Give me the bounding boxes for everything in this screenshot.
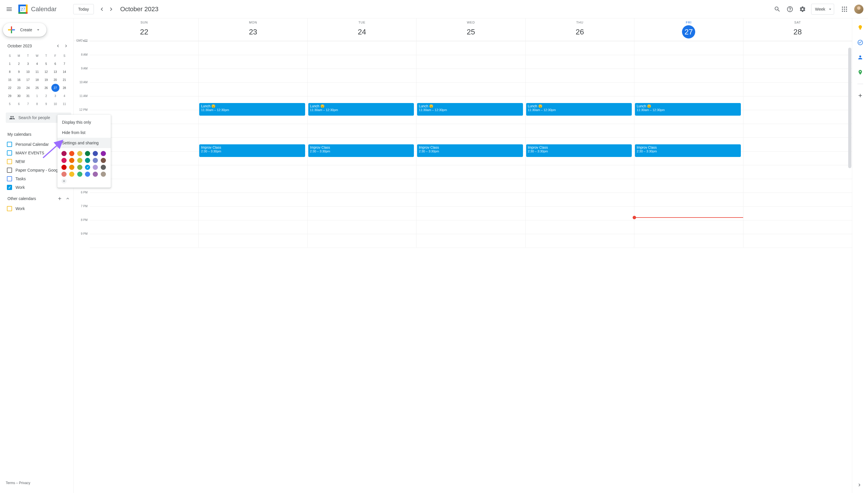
color-swatch[interactable]	[101, 151, 106, 156]
mini-day[interactable]: 3	[51, 92, 59, 100]
day-column[interactable]: Lunch 😴11:30am – 12:30pmImprov Class2:30…	[525, 41, 634, 248]
color-swatch[interactable]	[93, 172, 98, 177]
contacts-button[interactable]	[854, 52, 866, 63]
day-column[interactable]: Lunch 😴11:30am – 12:30pmImprov Class2:30…	[198, 41, 307, 248]
calendar-event[interactable]: Lunch 😴11:30am – 12:30pm	[417, 103, 523, 116]
calendar-event[interactable]: Improv Class2:30 – 3:30pm	[308, 144, 414, 157]
color-swatch[interactable]	[77, 151, 82, 156]
account-avatar[interactable]	[854, 5, 863, 14]
mini-day[interactable]: 3	[24, 60, 32, 68]
mini-day[interactable]: 13	[51, 68, 59, 76]
date-number[interactable]: 23	[247, 25, 260, 39]
color-swatch[interactable]	[77, 158, 82, 163]
color-swatch[interactable]	[85, 165, 90, 170]
mini-day[interactable]: 6	[51, 60, 59, 68]
date-number[interactable]: 28	[791, 25, 804, 39]
mini-day[interactable]: 19	[42, 76, 50, 84]
color-swatch[interactable]	[69, 151, 75, 156]
mini-day[interactable]: 14	[60, 68, 68, 76]
color-swatch[interactable]	[101, 165, 106, 170]
today-button[interactable]: Today	[73, 4, 93, 14]
mini-day[interactable]: 1	[6, 60, 14, 68]
date-number[interactable]: 25	[464, 25, 477, 39]
mini-day[interactable]: 26	[42, 84, 50, 92]
calendar-event[interactable]: Improv Class2:30 – 3:30pm	[417, 144, 523, 157]
mini-day[interactable]: 5	[6, 100, 14, 108]
mini-day[interactable]: 2	[42, 92, 50, 100]
mini-day[interactable]: 9	[42, 100, 50, 108]
color-swatch[interactable]	[93, 158, 98, 163]
calendar-checkbox[interactable]	[7, 159, 12, 164]
privacy-link[interactable]: Privacy	[19, 481, 30, 485]
calendar-checkbox[interactable]	[7, 168, 12, 173]
time-grid[interactable]: 7 AM8 AM9 AM10 AM11 AM12 PM1 PM2 PM3 PM4…	[74, 41, 852, 493]
mini-day[interactable]: 11	[60, 100, 68, 108]
prev-period-button[interactable]	[97, 5, 106, 14]
calendar-event[interactable]: Lunch 😴11:30am – 12:30pm	[199, 103, 305, 116]
calendar-event[interactable]: Lunch 😴11:30am – 12:30pm	[308, 103, 414, 116]
calendar-event[interactable]: Lunch 😴11:30am – 12:30pm	[635, 103, 741, 116]
day-column[interactable]: Lunch 😴11:30am – 12:30pmImprov Class2:30…	[416, 41, 525, 248]
calendar-checkbox[interactable]	[7, 176, 12, 181]
mini-day[interactable]: 22	[6, 84, 14, 92]
date-number[interactable]: 22	[137, 25, 151, 39]
settings-button[interactable]	[797, 3, 808, 15]
calendar-event[interactable]: Lunch 😴11:30am – 12:30pm	[526, 103, 632, 116]
color-swatch[interactable]	[77, 165, 82, 170]
color-swatch[interactable]	[85, 151, 90, 156]
mini-day[interactable]: 6	[15, 100, 23, 108]
search-button[interactable]	[771, 3, 783, 15]
google-apps-button[interactable]	[839, 3, 850, 15]
date-number[interactable]: 26	[573, 25, 587, 39]
mini-day[interactable]: 4	[33, 60, 41, 68]
color-swatch[interactable]	[101, 158, 106, 163]
mini-day[interactable]: 17	[24, 76, 32, 84]
mini-day[interactable]: 7	[24, 100, 32, 108]
color-swatch[interactable]	[85, 158, 90, 163]
keep-button[interactable]	[854, 22, 866, 33]
color-swatch[interactable]	[101, 172, 106, 177]
mini-day[interactable]: 10	[51, 100, 59, 108]
ctx-display-only[interactable]: Display this only	[58, 117, 111, 127]
mini-day[interactable]: 23	[15, 84, 23, 92]
scrollbar-thumb[interactable]	[848, 48, 851, 168]
mini-day[interactable]: 30	[15, 92, 23, 100]
support-button[interactable]	[784, 3, 796, 15]
mini-day[interactable]: 11	[33, 68, 41, 76]
day-column[interactable]	[743, 41, 852, 248]
other-calendars-toggle[interactable]: Other calendars	[6, 192, 73, 204]
mini-prev-button[interactable]	[55, 42, 61, 49]
scrollbar[interactable]	[848, 42, 852, 493]
mini-day[interactable]: 18	[33, 76, 41, 84]
calendar-item[interactable]: Work	[6, 204, 73, 213]
maps-button[interactable]	[854, 67, 866, 78]
date-number[interactable]: 27	[682, 25, 695, 39]
ctx-hide[interactable]: Hide from list	[58, 127, 111, 138]
next-period-button[interactable]	[106, 5, 116, 14]
mini-day[interactable]: 8	[6, 68, 14, 76]
mini-day[interactable]: 5	[42, 60, 50, 68]
calendar-checkbox[interactable]	[7, 185, 12, 190]
mini-day[interactable]: 27	[51, 84, 59, 92]
color-swatch[interactable]	[61, 158, 67, 163]
tasks-button[interactable]	[854, 37, 866, 48]
main-menu-button[interactable]	[2, 2, 16, 16]
mini-day[interactable]: 12	[42, 68, 50, 76]
calendar-event[interactable]: Improv Class2:30 – 3:30pm	[526, 144, 632, 157]
date-number[interactable]: 24	[355, 25, 368, 39]
calendar-checkbox[interactable]	[7, 142, 12, 147]
mini-day[interactable]: 7	[60, 60, 68, 68]
day-column[interactable]: Lunch 😴11:30am – 12:30pmImprov Class2:30…	[308, 41, 416, 248]
mini-day[interactable]: 25	[33, 84, 41, 92]
add-other-calendar-button[interactable]	[56, 195, 63, 202]
color-swatch[interactable]	[69, 172, 75, 177]
color-swatch[interactable]	[61, 172, 67, 177]
create-button[interactable]: Create	[3, 23, 46, 37]
calendar-checkbox[interactable]	[7, 150, 12, 155]
mini-next-button[interactable]	[63, 42, 69, 49]
mini-day[interactable]: 2	[15, 60, 23, 68]
mini-day[interactable]: 16	[15, 76, 23, 84]
mini-day[interactable]: 9	[15, 68, 23, 76]
mini-day[interactable]: 4	[60, 92, 68, 100]
calendar-event[interactable]: Improv Class2:30 – 3:30pm	[635, 144, 741, 157]
